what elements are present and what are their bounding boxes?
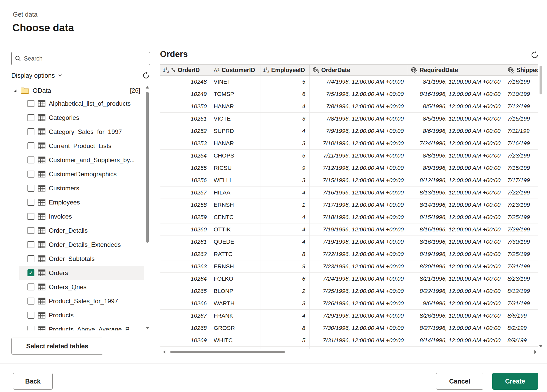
table-row[interactable]: 10270WARTH18/1/1996, 12:00:00 AM +00:008… [160,347,538,349]
checkbox[interactable] [27,298,34,305]
table-row[interactable]: 10259CENTC47/18/1996, 12:00:00 AM +00:00… [160,211,538,223]
search-box[interactable] [11,52,150,65]
column-header-shippedd[interactable]: ShippedD [505,65,538,75]
cell-shippedd: 7/25/199 [505,211,538,223]
checkbox[interactable] [27,156,34,163]
scroll-down-arrow[interactable] [146,327,149,329]
table-row[interactable]: 10261QUEDE47/19/1996, 12:00:00 AM +00:00… [160,236,538,248]
column-header-customerid[interactable]: ABCCustomerID [211,65,260,75]
column-header-employeeid[interactable]: 123EmployeeID [260,65,310,75]
table-row[interactable]: 10257HILAA47/16/1996, 12:00:00 AM +00:00… [160,187,538,199]
table-name-label: Invoices [49,213,72,220]
number-type-icon: 123 [163,68,169,73]
checkbox[interactable] [27,128,34,135]
cell-requireddate: 8/1/1996, 12:00:00 AM +00:00 [408,76,505,88]
checkbox[interactable] [27,255,34,262]
table-name-label: Products [49,312,74,319]
checkbox[interactable] [27,227,34,234]
table-icon [38,142,45,149]
sidebar-item-invoices[interactable]: Invoices [19,209,144,223]
preview-table-title: Orders [160,49,188,59]
table-row[interactable]: 10256WELLI37/15/1996, 12:00:00 AM +00:00… [160,174,538,187]
sidebar-item-current-product-lists[interactable]: Current_Product_Lists [19,139,144,153]
scroll-down-arrow[interactable] [539,345,543,347]
table-row[interactable]: 10258ERNSH17/17/1996, 12:00:00 AM +00:00… [160,199,538,211]
table-row[interactable]: 10251VICTE37/8/1996, 12:00:00 AM +00:008… [160,113,538,125]
collapse-triangle-icon[interactable] [13,89,17,93]
column-header-orderdate[interactable]: OrderDate [310,65,408,75]
table-row[interactable]: 10248VINET57/4/1996, 12:00:00 AM +00:008… [160,76,538,88]
select-related-tables-button[interactable]: Select related tables [11,338,103,355]
preview-refresh-button[interactable] [531,51,539,59]
table-row[interactable]: 10264FOLKO67/24/1996, 12:00:00 AM +00:00… [160,273,538,285]
scroll-right-arrow[interactable] [534,350,537,354]
cell-orderid: 10262 [160,248,211,260]
sidebar-item-order-details-extendeds[interactable]: Order_Details_Extendeds [19,238,144,252]
table-row[interactable]: 10250HANAR47/8/1996, 12:00:00 AM +00:008… [160,100,538,113]
checkbox[interactable] [27,283,34,290]
scroll-left-arrow[interactable] [163,350,165,354]
table-row[interactable]: 10263ERNSH97/23/1996, 12:00:00 AM +00:00… [160,260,538,273]
search-input[interactable] [24,55,147,62]
cell-orderid: 10250 [160,100,211,112]
cell-customerid: WARTH [211,347,260,349]
table-row[interactable]: 10266WARTH37/26/1996, 12:00:00 AM +00:00… [160,297,538,310]
sidebar-item-customer-and-suppliers-by[interactable]: Customer_and_Suppliers_by... [19,153,144,167]
scroll-up-arrow[interactable] [146,86,149,89]
scrollbar-thumb[interactable] [170,351,285,353]
create-button[interactable]: Create [492,373,538,390]
checkbox[interactable] [27,114,34,121]
sidebar-item-product-sales-for-1997[interactable]: Product_Sales_for_1997 [19,294,144,308]
table-row[interactable]: 10249TOMSP67/5/1996, 12:00:00 AM +00:008… [160,88,538,100]
sidebar-item-employees[interactable]: Employees [19,195,144,209]
tree-node-odata[interactable]: OData [26] [11,85,144,96]
sidebar-item-category-sales-for-1997[interactable]: Category_Sales_for_1997 [19,125,144,139]
sidebar-item-customerdemographics[interactable]: CustomerDemographics [19,167,144,181]
sidebar-item-orders-qries[interactable]: Orders_Qries [19,280,144,294]
checkbox[interactable] [27,100,34,107]
checkbox[interactable] [27,326,34,330]
sidebar-item-orders[interactable]: Orders [19,266,144,280]
checkbox[interactable] [27,213,34,220]
column-header-orderid[interactable]: 123OrderID [160,65,211,75]
sidebar-refresh-button[interactable] [142,72,150,79]
sidebar-item-customers[interactable]: Customers [19,181,144,195]
cell-employeeid: 1 [260,199,310,211]
checkbox[interactable] [27,171,34,178]
scrollbar-thumb[interactable] [146,92,149,243]
table-row[interactable]: 10268GROSR87/30/1996, 12:00:00 AM +00:00… [160,322,538,334]
sidebar-item-products-above-average-p[interactable]: Products_Above_Average_P... [19,322,144,330]
display-options-dropdown[interactable]: Display options [11,72,63,79]
sidebar-item-order-details[interactable]: Order_Details [19,223,144,238]
checkbox[interactable] [27,199,34,206]
sidebar-item-categories[interactable]: Categories [19,111,144,125]
checkbox[interactable] [27,185,34,192]
table-row[interactable]: 10269WHITC57/31/1996, 12:00:00 AM +00:00… [160,334,538,347]
table-row[interactable]: 10255RICSU97/12/1996, 12:00:00 AM +00:00… [160,162,538,174]
scrollbar-thumb[interactable] [540,66,542,94]
back-button[interactable]: Back [13,373,53,390]
table-row[interactable]: 10254CHOPS57/11/1996, 12:00:00 AM +00:00… [160,150,538,162]
grid-vertical-scrollbar[interactable] [539,65,543,347]
checkbox[interactable] [27,142,34,149]
table-row[interactable]: 10262RATTC87/22/1996, 12:00:00 AM +00:00… [160,248,538,260]
table-icon [38,298,45,305]
checkbox[interactable] [27,312,34,319]
table-row[interactable]: 10267FRANK47/29/1996, 12:00:00 AM +00:00… [160,310,538,322]
sidebar-item-products[interactable]: Products [19,308,144,322]
grid-horizontal-scrollbar[interactable] [163,350,537,354]
checkbox[interactable] [27,241,34,248]
checkbox[interactable] [27,269,34,276]
cell-orderid: 10249 [160,88,211,100]
sidebar-item-order-subtotals[interactable]: Order_Subtotals [19,252,144,266]
table-row[interactable]: 10265BLONP27/25/1996, 12:00:00 AM +00:00… [160,285,538,297]
column-header-requireddate[interactable]: RequiredDate [408,65,505,75]
table-row[interactable]: 10260OTTIK47/19/1996, 12:00:00 AM +00:00… [160,223,538,236]
sidebar-scrollbar[interactable] [145,86,149,329]
column-label: RequiredDate [420,67,458,74]
table-row[interactable]: 10252SUPRD47/9/1996, 12:00:00 AM +00:008… [160,125,538,137]
cancel-button[interactable]: Cancel [436,373,483,390]
cell-requireddate: 8/27/1996, 12:00:00 AM +00:00 [408,322,505,334]
sidebar-item-alphabetical-list-of-products[interactable]: Alphabetical_list_of_products [19,96,144,111]
table-row[interactable]: 10253HANAR37/10/1996, 12:00:00 AM +00:00… [160,137,538,150]
